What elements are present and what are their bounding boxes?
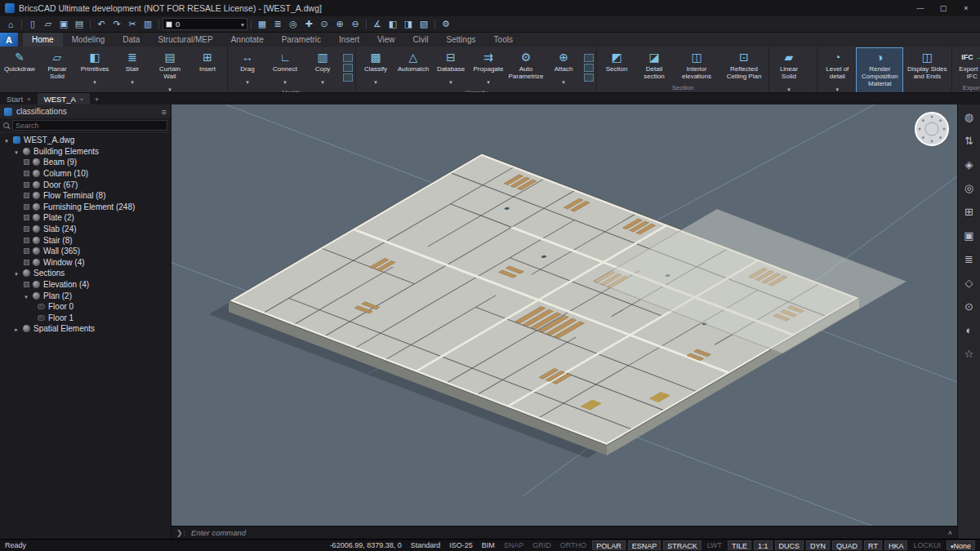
clip-icon[interactable] xyxy=(962,299,977,313)
expander-icon[interactable] xyxy=(23,224,29,233)
dim-style-indicator[interactable]: ISO-25 xyxy=(446,540,476,550)
expand-command-history-icon[interactable] xyxy=(948,529,952,537)
tab-home[interactable]: Home xyxy=(23,33,63,47)
ribbon-button-auto-parametrize[interactable]: Auto Parametrize xyxy=(507,47,545,88)
status-toggle-hka[interactable]: HKA xyxy=(884,540,908,550)
tab-data[interactable]: Data xyxy=(114,33,149,47)
render-mode-icon[interactable] xyxy=(401,18,416,31)
model-viewport[interactable]: Enter command xyxy=(172,104,957,539)
light-bulb-icon[interactable] xyxy=(962,109,977,124)
classify-tool-icon[interactable] xyxy=(584,54,594,62)
section-tool-icon[interactable] xyxy=(385,18,400,31)
view-compass[interactable] xyxy=(913,110,951,148)
tree-item-building-elements[interactable]: Building Elements xyxy=(0,146,171,158)
status-toggle-esnap[interactable]: ESNAP xyxy=(628,540,662,550)
ribbon-button-quickdraw[interactable]: Quickdraw xyxy=(1,47,38,93)
minimize-button[interactable]: — xyxy=(910,2,931,15)
tree-item-floor-1[interactable]: Floor 1 xyxy=(0,313,171,324)
status-toggle-lwt[interactable]: LWT xyxy=(704,540,725,550)
ribbon-button-primitives[interactable]: Primitives xyxy=(76,47,114,93)
expander-icon[interactable] xyxy=(13,147,20,156)
close-tab-icon[interactable]: × xyxy=(80,96,84,103)
expander-icon[interactable] xyxy=(23,258,29,267)
new-file-icon[interactable] xyxy=(25,18,40,31)
display-icon[interactable] xyxy=(962,228,977,242)
expander-icon[interactable] xyxy=(23,291,29,300)
section-grid-icon[interactable] xyxy=(962,204,977,219)
tab-annotate[interactable]: Annotate xyxy=(222,33,273,47)
workspace-indicator[interactable]: Standard xyxy=(408,540,444,550)
status-toggle-ortho[interactable]: ORTHO xyxy=(557,540,590,550)
classify-tool-icon[interactable] xyxy=(584,73,594,82)
modify-tool-icon[interactable] xyxy=(343,54,353,62)
command-input[interactable]: Enter command xyxy=(191,528,943,537)
status-toggle-lockui[interactable]: LOCKUI xyxy=(910,540,944,550)
ribbon-button-automatch[interactable]: Automatch xyxy=(394,47,432,88)
ribbon-button-planar-solid[interactable]: Planar Solid xyxy=(38,47,76,93)
ribbon-button-linear-solid[interactable]: Linear Solid xyxy=(770,47,808,93)
status-toggle-strack[interactable]: STRACK xyxy=(663,540,702,550)
tree-item-sections[interactable]: Sections xyxy=(0,268,171,279)
expander-icon[interactable] xyxy=(13,324,20,333)
close-tab-icon[interactable]: × xyxy=(27,96,31,103)
ribbon-button-drag[interactable]: Drag xyxy=(229,47,266,88)
workspace-icon[interactable] xyxy=(3,18,18,31)
tab-view[interactable]: View xyxy=(368,33,404,47)
tree-item-furnishing-element[interactable]: Furnishing Element (248) xyxy=(0,202,171,213)
globe-icon[interactable] xyxy=(962,322,977,337)
expander-icon[interactable] xyxy=(23,191,29,200)
ribbon-button-attach[interactable]: Attach xyxy=(545,47,582,88)
status-toggle-dyn[interactable]: DYN xyxy=(806,540,830,550)
settings-icon[interactable] xyxy=(439,18,453,31)
tab-modeling[interactable]: Modeling xyxy=(63,33,114,47)
ribbon-button-database[interactable]: Database xyxy=(432,47,470,88)
3d-model-canvas[interactable] xyxy=(172,104,957,539)
export-icon[interactable] xyxy=(962,133,977,148)
layers-icon[interactable] xyxy=(270,18,285,31)
status-toggle-rt[interactable]: RT xyxy=(864,540,882,550)
zoom-out-icon[interactable] xyxy=(348,18,363,31)
status-toggle-tile[interactable]: TILE xyxy=(728,540,751,550)
maximize-button[interactable]: ▢ xyxy=(933,2,954,15)
layer-dropdown[interactable]: 0 xyxy=(163,18,247,30)
tree-item-column[interactable]: Column (10) xyxy=(0,168,171,180)
expander-icon[interactable] xyxy=(23,158,29,167)
pan-icon[interactable] xyxy=(301,18,316,31)
ribbon-button-insert[interactable]: Insert xyxy=(189,47,226,93)
expander-icon[interactable] xyxy=(23,280,29,289)
ribbon-button-curtain-wall[interactable]: Curtain Wall xyxy=(151,47,189,93)
model-cube-icon[interactable] xyxy=(962,275,977,290)
save-icon[interactable] xyxy=(56,18,71,31)
tree-item-spatial-elements[interactable]: Spatial Elements xyxy=(0,323,171,335)
tab-civil[interactable]: Civil xyxy=(404,33,438,47)
expander-icon[interactable] xyxy=(23,169,29,178)
expander-icon[interactable] xyxy=(23,202,29,211)
status-toggle-quad[interactable]: QUAD xyxy=(832,540,862,550)
zoom-in-icon[interactable] xyxy=(332,18,347,31)
material-icon[interactable] xyxy=(962,157,977,171)
open-file-icon[interactable] xyxy=(41,18,56,31)
status-scale[interactable]: 1:1 xyxy=(754,540,773,550)
tab-parametric[interactable]: Parametric xyxy=(273,33,330,47)
expander-icon[interactable] xyxy=(23,236,29,245)
command-line[interactable]: Enter command xyxy=(172,526,957,539)
status-toggle-snap[interactable]: SNAP xyxy=(501,540,528,550)
tree-item-floor-0[interactable]: Floor 0 xyxy=(0,301,171,313)
favorites-icon[interactable] xyxy=(962,346,977,361)
orbit-icon[interactable] xyxy=(317,18,332,31)
doc-tab-west-a[interactable]: WEST_A × xyxy=(38,93,91,104)
ribbon-button-classify[interactable]: Classify xyxy=(357,47,394,88)
search-input[interactable] xyxy=(12,120,167,131)
status-toggle-grid[interactable]: GRID xyxy=(529,540,555,550)
ribbon-button-display-sides-and-ends[interactable]: Display Sides and Ends xyxy=(903,47,951,93)
modify-tool-icon[interactable] xyxy=(343,73,353,82)
tree-item-window[interactable]: Window (4) xyxy=(0,257,171,269)
expander-icon[interactable] xyxy=(3,136,10,144)
tree-item-plate[interactable]: Plate (2) xyxy=(0,212,171,224)
tree-item-door[interactable]: Door (67) xyxy=(0,179,171,190)
ribbon-button-stair[interactable]: Stair xyxy=(114,47,151,93)
match-properties-icon[interactable] xyxy=(255,18,270,31)
classify-tool-icon[interactable] xyxy=(584,64,594,72)
bricscad-logo-button[interactable] xyxy=(0,33,18,47)
tree-item-plan[interactable]: Plan (2) xyxy=(0,290,171,301)
